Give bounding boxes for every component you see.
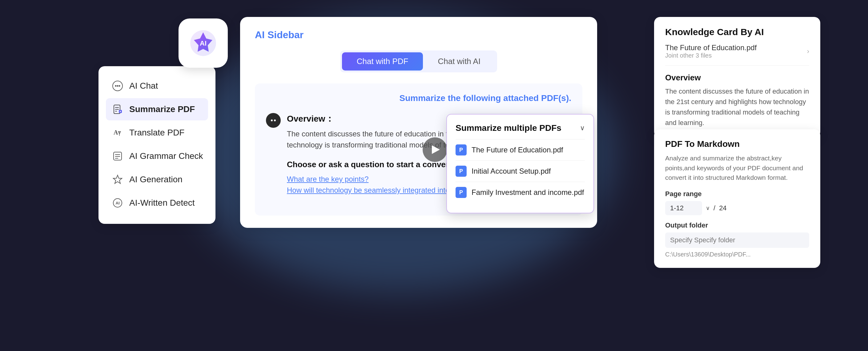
knowledge-card: Knowledge Card By AI The Future of Educa… xyxy=(654,17,820,138)
grammar-check-icon xyxy=(111,149,124,163)
page-range-input[interactable] xyxy=(665,201,702,215)
output-folder-label: Output folder xyxy=(665,222,809,229)
svg-text:AI: AI xyxy=(200,39,207,47)
card-file-name: The Future of Education.pdf xyxy=(665,43,757,52)
sidebar-item-translate-pdf[interactable]: A Translate PDF xyxy=(106,122,208,144)
ai-avatar xyxy=(266,113,281,128)
pdf-file-icon-0: P xyxy=(456,144,467,155)
sidebar-item-label-ai-written-detect: AI-Written Detect xyxy=(129,198,195,208)
chevron-down-icon[interactable]: ∨ xyxy=(580,124,585,132)
svg-marker-19 xyxy=(113,175,122,183)
folder-input[interactable] xyxy=(665,232,809,248)
ai-written-detect-icon: AI xyxy=(111,196,124,210)
sidebar-item-summarize-pdf[interactable]: Summarize PDF xyxy=(106,98,208,120)
tab-chat-with-ai[interactable]: Chat with AI xyxy=(423,52,495,70)
overview-section-text: The content discusses the future of educ… xyxy=(665,86,809,128)
sidebar-item-ai-chat[interactable]: AI Chat xyxy=(106,75,208,97)
sidebar-item-label-translate-pdf: Translate PDF xyxy=(129,128,184,138)
dropdown-header: Summarize multiple PDFs ∨ xyxy=(456,123,585,133)
pdf-file-icon-1: P xyxy=(456,166,467,177)
pdf-file-icon-2: P xyxy=(456,187,467,198)
pdf-item-0[interactable]: P The Future of Education.pdf xyxy=(456,139,585,160)
pdf-item-2[interactable]: P Family Investment and income.pdf xyxy=(456,182,585,203)
tab-chat-with-pdf[interactable]: Chat with PDF xyxy=(342,52,423,70)
dropdown-title: Summarize multiple PDFs xyxy=(456,123,561,133)
sidebar-item-label-summarize-pdf: Summarize PDF xyxy=(129,105,195,114)
sidebar-item-grammar-check[interactable]: AI Grammar Check xyxy=(106,145,208,167)
sidebar-item-label-ai-chat: AI Chat xyxy=(129,81,158,91)
ai-generation-icon xyxy=(111,173,124,186)
panel-title: AI Sidebar xyxy=(255,29,582,41)
ai-chat-icon xyxy=(111,79,124,93)
svg-text:A: A xyxy=(114,129,118,136)
page-range-dropdown-icon[interactable]: ∨ xyxy=(706,205,710,211)
sidebar-panel: AI Chat Summarize PDF A Translate PDF AI… xyxy=(98,66,215,224)
pdf-name-0: The Future of Education.pdf xyxy=(471,146,563,154)
sidebar-item-label-ai-generation: AI Generation xyxy=(129,175,183,184)
page-range-row: ∨ / 24 xyxy=(665,201,809,215)
sidebar-item-ai-generation[interactable]: AI Generation xyxy=(106,168,208,191)
card-chevron-right-icon[interactable]: › xyxy=(807,48,809,55)
svg-point-22 xyxy=(271,119,273,121)
play-triangle-icon xyxy=(432,145,440,154)
summarize-pdf-icon xyxy=(111,103,124,116)
card-file-sub: Joint other 3 files xyxy=(665,52,757,59)
svg-point-23 xyxy=(274,119,276,121)
translate-pdf-icon: A xyxy=(111,126,124,140)
folder-path: C:\Users\13609\Desktop\PDF... xyxy=(665,251,809,258)
page-range-total: 24 xyxy=(719,204,726,212)
card-file-row: The Future of Education.pdf Joint other … xyxy=(665,43,809,66)
ai-logo-icon: AI xyxy=(189,29,217,57)
user-message: Summarize the following attached PDF(s). xyxy=(266,93,571,103)
play-button[interactable] xyxy=(423,137,447,162)
sidebar-item-ai-written-detect[interactable]: AI AI-Written Detect xyxy=(106,192,208,214)
svg-point-5 xyxy=(119,85,120,87)
page-range-label: Page range xyxy=(665,190,809,198)
svg-point-4 xyxy=(117,85,119,87)
pdf-name-2: Family Investment and income.pdf xyxy=(471,188,584,197)
card-file-info: The Future of Education.pdf Joint other … xyxy=(665,43,757,59)
markdown-card-description: Analyze and summarize the abstract,key p… xyxy=(665,153,809,183)
markdown-card: PDF To Markdown Analyze and summarize th… xyxy=(654,129,820,268)
page-range-slash: / xyxy=(713,204,715,212)
ai-logo-card: AI xyxy=(179,19,228,68)
overview-section-title: Overview xyxy=(665,73,809,83)
markdown-card-title: PDF To Markdown xyxy=(665,139,809,149)
svg-point-3 xyxy=(115,85,117,87)
pdf-name-1: Initial Account Setup.pdf xyxy=(471,167,551,175)
pdf-item-1[interactable]: P Initial Account Setup.pdf xyxy=(456,160,585,182)
tabs-row: Chat with PDF Chat with AI xyxy=(340,51,497,72)
pdf-dropdown: Summarize multiple PDFs ∨ P The Future o… xyxy=(446,114,594,213)
sidebar-item-label-grammar-check: AI Grammar Check xyxy=(129,151,203,161)
svg-text:AI: AI xyxy=(116,201,120,205)
knowledge-card-title: Knowledge Card By AI xyxy=(665,27,809,37)
